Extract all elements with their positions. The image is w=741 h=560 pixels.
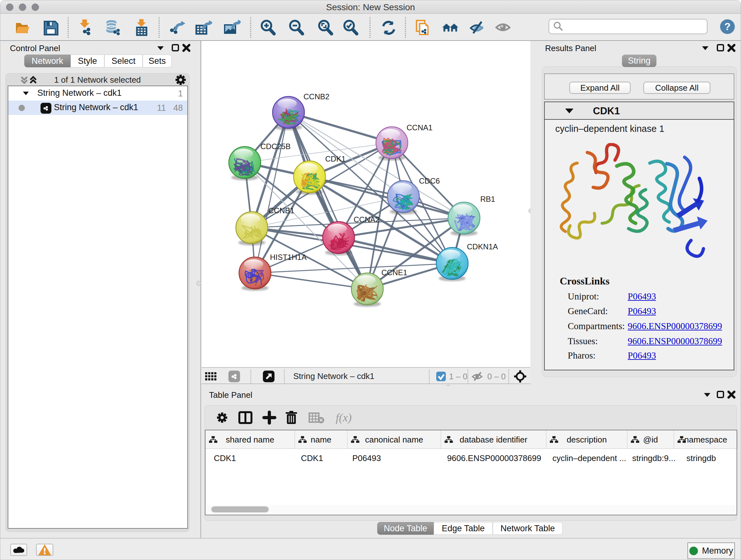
hidden-count: 0 – 0 (487, 372, 506, 381)
control-panel-header: Control Panel (0, 41, 200, 55)
delete-column-icon[interactable] (283, 409, 300, 426)
search-field[interactable] (549, 19, 708, 34)
add-column-icon[interactable] (261, 409, 278, 426)
control-panel-tabs: NetworkStyleSelectSets (24, 55, 172, 67)
column-header-name[interactable]: name (295, 430, 347, 449)
collapse-row-icon[interactable] (22, 90, 29, 97)
node-label-HIST1H1A: HIST1H1A (270, 253, 307, 261)
collapse-all-button[interactable]: Collapse All (643, 82, 711, 94)
window-title: Session: New Session (0, 2, 741, 12)
network-options-gear-icon[interactable] (174, 73, 187, 86)
table-options-gear-icon[interactable] (214, 409, 230, 426)
function-builder-icon[interactable]: f(x) (331, 409, 356, 426)
protein-structure-image (558, 143, 719, 260)
panel-menu-icon[interactable] (701, 388, 714, 401)
string-network-icon (40, 103, 52, 114)
column-header-namespace[interactable]: namespace (674, 430, 738, 449)
tab-sets[interactable]: Sets (143, 55, 172, 67)
crosslink-value-link[interactable]: P06493 (628, 306, 656, 316)
hide-selected-eye-icon[interactable] (469, 18, 487, 37)
panel-menu-icon[interactable] (154, 42, 167, 54)
crosslinks-title: CrossLinks (560, 275, 610, 287)
clear-table-icon[interactable] (308, 409, 325, 426)
zoom-in-icon[interactable] (259, 18, 277, 37)
open-folder-icon[interactable] (13, 18, 32, 37)
column-header-canonicalname[interactable]: canonical name (347, 430, 441, 449)
table-panel-title: Table Panel (209, 390, 253, 400)
network-graph[interactable]: CCNB2CCNA1CDC25BCDK1CDC6RB1CCNB1CCNA2CDK… (202, 41, 530, 367)
main-toolbar: ? (0, 14, 741, 41)
column-header-databaseidentifier[interactable]: database identifier (441, 430, 546, 449)
import-network-database-icon[interactable] (104, 18, 122, 37)
network-name: String Network – cdk1 (54, 103, 138, 112)
memory-button[interactable]: Memory (687, 543, 735, 559)
tab-network[interactable]: Network (24, 55, 71, 67)
tab-node-table[interactable]: Node Table (377, 522, 434, 535)
save-floppy-icon[interactable] (42, 18, 60, 37)
crosslink-row: Pharos: P06493 (568, 350, 734, 361)
node-count: 11 (147, 103, 166, 113)
export-network-icon[interactable] (166, 18, 185, 37)
panel-close-icon[interactable] (180, 42, 193, 54)
cloud-button[interactable] (10, 544, 27, 556)
crosslink-value-link[interactable]: 9606.ENSP00000378699 (628, 321, 722, 331)
zoom-selected-icon[interactable] (341, 18, 360, 37)
network-list-item[interactable]: String Network – cdk11 (8, 86, 187, 101)
column-header-description[interactable]: description (546, 430, 627, 449)
help-button[interactable]: ? (720, 19, 735, 34)
table-header-row: shared name name canonical name database… (205, 430, 737, 449)
export-image-icon[interactable] (222, 18, 241, 37)
divider (468, 369, 468, 383)
panel-close-icon[interactable] (725, 42, 738, 54)
tab-network-table[interactable]: Network Table (493, 522, 562, 535)
toolbar-separator (369, 17, 370, 38)
network-view[interactable]: CCNB2CCNA1CDC25BCDK1CDC6RB1CCNB1CCNA2CDK… (202, 41, 530, 367)
scrollbar-thumb[interactable] (211, 506, 269, 512)
crosslink-value-link[interactable]: P06493 (628, 350, 656, 361)
gene-panel-header[interactable]: CDK1 (545, 102, 734, 120)
show-columns-icon[interactable] (237, 409, 254, 426)
tab-string[interactable]: String (622, 55, 657, 67)
paste-network-icon[interactable] (414, 18, 432, 37)
hidden-eye-icon[interactable] (471, 370, 484, 383)
center-view-icon[interactable] (514, 370, 527, 383)
search-input[interactable] (564, 22, 701, 31)
control-panel: Control Panel NetworkStyleSelectSets 1 o… (0, 41, 201, 538)
panel-menu-icon[interactable] (699, 42, 712, 54)
tab-style[interactable]: Style (71, 55, 105, 67)
export-table-icon[interactable] (194, 18, 212, 37)
crosslink-label: Uniprot: (568, 291, 599, 301)
panel-close-icon[interactable] (725, 388, 738, 401)
column-header-id[interactable]: @id (627, 430, 674, 449)
application-window: Session: New Session ? Control Panel (0, 0, 741, 560)
left-splitter-handle[interactable] (196, 281, 201, 286)
horizontal-scrollbar[interactable] (206, 505, 736, 514)
tab-edge-table[interactable]: Edge Table (434, 522, 493, 535)
cloud-icon (12, 545, 25, 555)
import-network-file-icon[interactable] (77, 18, 95, 37)
refresh-icon[interactable] (380, 18, 398, 37)
collapse-gene-icon[interactable] (563, 105, 576, 118)
zoom-out-icon[interactable] (287, 18, 306, 37)
show-all-eye-icon[interactable] (495, 18, 513, 37)
import-table-file-icon[interactable] (132, 18, 151, 37)
control-panel-title: Control Panel (10, 44, 60, 53)
network-name: String Network – cdk1 (37, 88, 122, 98)
network-list-item[interactable]: String Network – cdk11148 (8, 101, 187, 115)
results-panel-title: Results Panel (545, 44, 596, 53)
divider (429, 369, 429, 383)
selected-checkbox-icon[interactable] (434, 370, 448, 383)
crosslink-value-link[interactable]: 9606.ENSP00000378699 (628, 336, 722, 347)
warning-button[interactable] (36, 544, 53, 556)
tab-select[interactable]: Select (105, 55, 143, 67)
canvas-network-title: String Network – cdk1 (293, 371, 374, 381)
zoom-fit-icon[interactable] (316, 18, 335, 37)
first-neighbors-icon[interactable] (441, 18, 460, 37)
birds-eye-view-icon[interactable] (204, 370, 217, 383)
toolbar-separator (405, 17, 406, 38)
cell-value: stringdb:9... (632, 453, 676, 463)
open-in-window-icon[interactable] (262, 370, 275, 383)
expand-all-button[interactable]: Expand All (569, 82, 630, 94)
crosslink-value-link[interactable]: P06493 (628, 291, 656, 302)
column-header-sharedname[interactable]: shared name (205, 430, 295, 449)
